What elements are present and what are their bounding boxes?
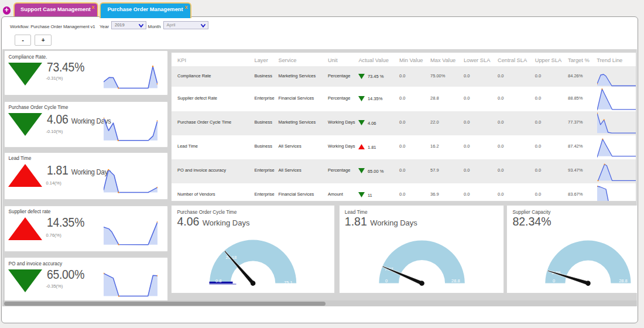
- svg-text:28.8: 28.8: [451, 278, 460, 283]
- svg-text:0.8: 0.8: [215, 278, 221, 283]
- svg-text:0: 0: [385, 278, 388, 283]
- svg-text:75.1: 75.1: [284, 280, 293, 285]
- svg-text:0: 0: [553, 278, 555, 283]
- svg-text:28.8: 28.8: [619, 278, 628, 283]
